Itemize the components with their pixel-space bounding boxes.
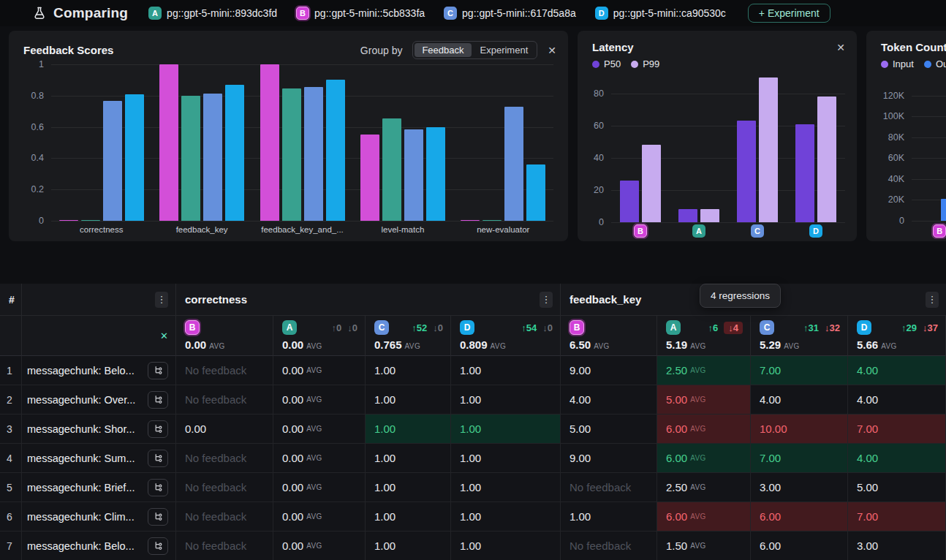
value-cell[interactable]: 1.00 (451, 502, 561, 531)
bar-latency-a-p50[interactable] (678, 209, 697, 222)
value-cell[interactable]: 7.00 (848, 502, 946, 531)
value-cell[interactable]: 1.00 (366, 356, 451, 385)
bar-latency-b-p99[interactable] (642, 145, 661, 222)
add-experiment-button[interactable]: + Experiment (748, 4, 830, 23)
value-cell[interactable]: 6.00AVG (657, 502, 751, 531)
bar-feedback-scores-correctness-d[interactable] (125, 94, 144, 221)
value-cell[interactable]: 0.00 (176, 415, 273, 444)
row-name-cell[interactable]: messagechunk: Shor... (22, 415, 176, 444)
value-cell[interactable]: 2.50AVG (657, 356, 751, 385)
value-cell[interactable]: 0.00AVG (273, 385, 366, 415)
bar-feedback-scores-level-match-b[interactable] (360, 135, 379, 221)
open-trace-button[interactable] (148, 362, 168, 379)
value-cell[interactable]: 2.50AVG (657, 473, 751, 502)
bar-latency-d-p99[interactable] (817, 97, 836, 222)
bar-latency-c-p50[interactable] (737, 121, 756, 222)
value-cell[interactable]: 10.00 (751, 415, 848, 444)
bar-feedback-scores-new-evaluator-c[interactable] (504, 107, 523, 221)
value-cell[interactable]: No feedback (176, 356, 273, 385)
open-trace-button[interactable] (148, 420, 168, 438)
value-cell[interactable]: 1.00 (366, 531, 451, 560)
kebab-menu-icon[interactable]: ⋮ (926, 292, 939, 308)
kebab-menu-icon[interactable]: ⋮ (540, 292, 553, 308)
value-cell[interactable]: 7.00 (751, 356, 848, 385)
open-trace-button[interactable] (148, 537, 168, 555)
value-cell[interactable]: 6.00 (751, 531, 848, 560)
value-cell[interactable]: 9.00 (561, 356, 657, 385)
experiment-chip[interactable]: Cpg::gpt-5-mini::617d5a8a (444, 7, 576, 20)
value-cell[interactable]: 6.00AVG (657, 444, 751, 473)
bar-feedback-scores-correctness-b[interactable] (59, 220, 78, 221)
bar-feedback-scores-correctness-a[interactable] (81, 220, 100, 221)
value-cell[interactable]: 7.00 (848, 415, 946, 444)
bar-feedback-scores-new-evaluator-d[interactable] (526, 164, 545, 221)
value-cell[interactable]: 1.00 (451, 356, 561, 385)
value-cell[interactable]: 0.00AVG (273, 444, 366, 473)
row-name-cell[interactable]: messagechunk: Belo... (22, 356, 176, 385)
bar-feedback-scores-new-evaluator-b[interactable] (461, 220, 480, 221)
value-cell[interactable]: 4.00 (848, 356, 946, 385)
value-cell[interactable]: 9.00 (561, 444, 657, 473)
open-trace-button[interactable] (148, 479, 168, 496)
value-cell[interactable]: No feedback (561, 531, 657, 560)
value-cell[interactable]: 5.00AVG (657, 385, 751, 415)
bar-feedback-scores-new-evaluator-a[interactable] (483, 220, 502, 221)
bar-feedback-scores-level-match-a[interactable] (382, 118, 401, 221)
row-name-cell[interactable]: messagechunk: Clim... (22, 502, 176, 531)
bar-feedback-scores-correctness-c[interactable] (103, 101, 122, 221)
bar-feedback-scores-feedback_key-c[interactable] (203, 94, 222, 221)
bar-feedback-scores-feedback_key_and_...-b[interactable] (260, 64, 279, 221)
experiment-chip[interactable]: Apg::gpt-5-mini::893dc3fd (148, 7, 277, 20)
bar-feedback-scores-level-match-c[interactable] (404, 129, 423, 221)
groupby-option-experiment[interactable]: Experiment (473, 43, 536, 57)
value-cell[interactable]: 4.00 (751, 385, 848, 415)
value-cell[interactable]: 1.00 (366, 444, 451, 473)
value-cell[interactable]: 0.00AVG (273, 473, 366, 502)
value-cell[interactable]: 1.00 (451, 415, 561, 444)
value-cell[interactable]: 4.00 (848, 385, 946, 415)
bar-latency-a-p99[interactable] (700, 209, 719, 222)
value-cell[interactable]: 4.00 (561, 385, 657, 415)
bar-feedback-scores-feedback_key-d[interactable] (225, 85, 244, 221)
row-name-cell[interactable]: messagechunk: Over... (22, 385, 176, 415)
value-cell[interactable]: 0.00AVG (273, 356, 366, 385)
value-cell[interactable]: 0.00AVG (273, 531, 366, 560)
value-cell[interactable]: 3.00 (751, 473, 848, 502)
value-cell[interactable]: 5.00 (561, 415, 657, 444)
bar-latency-c-p99[interactable] (759, 77, 778, 222)
bar-token-count-b-output[interactable] (941, 199, 946, 221)
close-icon[interactable]: ✕ (548, 45, 556, 56)
groupby-option-feedback[interactable]: Feedback (415, 43, 471, 57)
value-cell[interactable]: 6.00 (751, 502, 848, 531)
value-cell[interactable]: No feedback (176, 473, 273, 502)
value-cell[interactable]: 3.00 (848, 531, 946, 560)
value-cell[interactable]: 1.00 (366, 502, 451, 531)
bar-feedback-scores-level-match-d[interactable] (426, 127, 445, 221)
bar-latency-d-p50[interactable] (795, 124, 814, 222)
value-cell[interactable]: 0.00AVG (273, 502, 366, 531)
bar-feedback-scores-feedback_key_and_...-d[interactable] (326, 80, 345, 221)
value-cell[interactable]: 1.00 (366, 415, 451, 444)
value-cell[interactable]: 7.00 (751, 444, 848, 473)
value-cell[interactable]: 5.00 (848, 473, 946, 502)
bar-latency-b-p50[interactable] (620, 181, 639, 222)
experiment-chip[interactable]: Bpg::gpt-5-mini::5cb833fa (296, 7, 425, 20)
value-cell[interactable]: 1.00 (561, 502, 657, 531)
kebab-menu-icon[interactable]: ⋮ (155, 292, 168, 308)
value-cell[interactable]: 1.00 (451, 385, 561, 415)
value-cell[interactable]: No feedback (176, 444, 273, 473)
open-trace-button[interactable] (148, 450, 168, 467)
bar-feedback-scores-feedback_key_and_...-c[interactable] (304, 87, 323, 221)
value-cell[interactable]: 1.00 (366, 385, 451, 415)
value-cell[interactable]: 1.00 (451, 444, 561, 473)
row-name-cell[interactable]: messagechunk: Belo... (22, 531, 176, 560)
value-cell[interactable]: No feedback (561, 473, 657, 502)
experiment-chip[interactable]: Dpg::gpt-5-mini::ca90530c (595, 7, 726, 20)
open-trace-button[interactable] (148, 391, 168, 409)
value-cell[interactable]: No feedback (176, 531, 273, 560)
bar-feedback-scores-feedback_key-b[interactable] (159, 64, 178, 221)
value-cell[interactable]: 1.00 (451, 531, 561, 560)
value-cell[interactable]: 1.00 (366, 473, 451, 502)
value-cell[interactable]: No feedback (176, 385, 273, 415)
value-cell[interactable]: 0.00AVG (273, 415, 366, 444)
